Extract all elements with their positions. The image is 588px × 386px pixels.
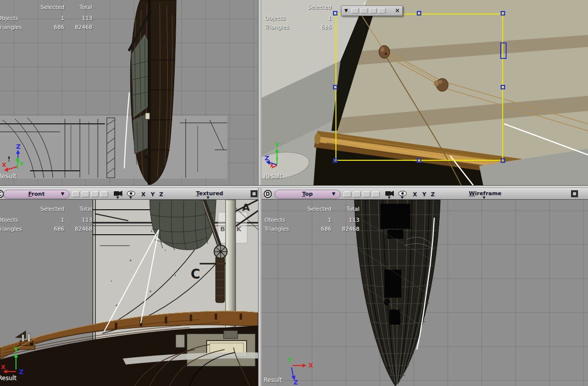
maximize-viewport-button[interactable] xyxy=(251,190,258,197)
maximize-viewport-button[interactable] xyxy=(571,190,578,197)
result-label: Result xyxy=(264,377,282,384)
region-handle-left-mid[interactable] xyxy=(333,85,337,89)
stats-col-selected: Selected xyxy=(34,4,64,10)
camera-dropdown-arrow-icon[interactable]: ▼ xyxy=(388,196,390,200)
camera-dropdown-arrow-icon[interactable]: ▼ xyxy=(116,196,119,200)
stats-col-total: Total xyxy=(66,4,92,10)
hull-fitting xyxy=(144,155,149,159)
region-handle-top-right[interactable] xyxy=(501,11,505,15)
result-label: Result xyxy=(0,375,16,382)
memo-cam-button-3[interactable] xyxy=(91,191,99,197)
axis-x-label: X xyxy=(308,362,313,369)
display-mode-menu[interactable]: Textured xyxy=(192,190,227,197)
memo-cam-button-3[interactable] xyxy=(362,191,370,197)
render-region-box[interactable] xyxy=(335,13,503,161)
region-side-tab[interactable] xyxy=(500,42,507,59)
region-handle-bottom-right[interactable] xyxy=(501,158,505,163)
region-floating-toolbar[interactable]: ▼ × xyxy=(341,5,403,16)
memo-cam-button-2[interactable] xyxy=(81,191,89,197)
stats-triangles-row: Triangles68682468 xyxy=(0,24,92,30)
stats-objects-row: Objects1113 xyxy=(265,217,359,223)
spar-hub[interactable] xyxy=(214,245,227,258)
axis-z-label: Z xyxy=(265,154,269,162)
display-mode-arrow-icon[interactable]: ▼ xyxy=(483,196,485,200)
deck-box-small xyxy=(176,335,185,348)
axis-y-label: Y xyxy=(287,357,292,364)
region-memo-button-2[interactable] xyxy=(360,8,368,13)
axis-toggle-x[interactable]: X xyxy=(413,191,417,198)
viewport-letter-button[interactable]: D xyxy=(264,190,272,198)
memo-cam-button-1[interactable] xyxy=(343,191,351,197)
dropdown-arrow-icon: ▼ xyxy=(61,191,64,196)
region-close-icon[interactable]: × xyxy=(395,7,400,14)
axis-y-label: Y xyxy=(275,142,280,149)
view-menu-label: Front xyxy=(4,190,69,198)
view-menu-dropdown[interactable]: Top ▼ xyxy=(275,190,340,199)
region-memo-button-4[interactable] xyxy=(378,8,386,13)
viewport-d-toolbar: D Top ▼ ▼ ▼ X Y Z Wireframe ▼ xyxy=(262,188,588,200)
region-handle-bottom-left[interactable] xyxy=(333,158,337,163)
axis-toggle-y[interactable]: Y xyxy=(422,191,426,198)
viewport-bottom-left[interactable]: A C BACK xyxy=(0,200,258,386)
memo-cam-button-1[interactable] xyxy=(72,191,80,197)
region-memo-button-3[interactable] xyxy=(369,8,377,13)
stats-triangles-row: Triangles68682468 xyxy=(265,226,359,232)
stats-objects-row: Objects1113 xyxy=(265,15,337,21)
axis-gizmo: Y X Z xyxy=(1,346,36,379)
axis-gizmo: Y Z X xyxy=(265,141,299,172)
axis-z-label: Z xyxy=(294,379,298,386)
result-label: Result xyxy=(0,173,16,180)
mast-base xyxy=(224,331,238,339)
region-handle-right-mid[interactable] xyxy=(501,85,505,89)
view-menu-dropdown[interactable]: Front ▼ xyxy=(3,190,69,199)
application-window: SelectedTotal Objects1113 Triangles68682… xyxy=(0,0,588,386)
viewport-c-toolbar: C Front ▼ ▼ ▼ X Y Z Textured ▼ xyxy=(0,188,258,200)
display-mode-arrow-icon[interactable]: ▼ xyxy=(207,196,209,200)
dropdown-arrow-icon: ▼ xyxy=(332,191,335,196)
scene-stats: SelectedTotal Objects1113 Triangles68682… xyxy=(0,4,92,30)
vertical-splitter[interactable] xyxy=(258,0,262,386)
stats-objects-row: Objects1113 xyxy=(0,217,92,223)
axis-toggle-z[interactable]: Z xyxy=(159,191,163,198)
deck-lamp[interactable] xyxy=(145,113,150,119)
display-mode-label: Textured xyxy=(192,190,227,197)
region-menu-arrow-icon[interactable]: ▼ xyxy=(344,8,348,13)
eye-dropdown-arrow-icon[interactable]: ▼ xyxy=(401,196,403,200)
scene-stats: SelectedTotal Objects1113 Triangles68682… xyxy=(265,4,337,30)
result-label: Result xyxy=(264,173,282,180)
memo-cam-button-4[interactable] xyxy=(372,191,380,197)
stats-triangles-row: Triangles68682468 xyxy=(0,226,92,232)
axis-y-label: Y xyxy=(19,161,24,167)
view-menu-label: Top xyxy=(275,190,340,198)
axis-toggle-z[interactable]: Z xyxy=(431,191,435,198)
scene-stats: SelectedTotal Objects1113 Triangles68682… xyxy=(0,206,92,232)
stats-triangles-row: Triangles68682468 xyxy=(265,24,337,30)
viewport-top-right[interactable]: SelectedTotal Objects1113 Triangles68682… xyxy=(262,0,588,185)
axis-y-label: Y xyxy=(13,346,18,353)
axis-gizmo: Z Y X xyxy=(2,141,37,172)
region-handle-top-mid[interactable] xyxy=(417,11,421,15)
axis-z-label: Z xyxy=(19,368,23,376)
blueprint-letter-c: C xyxy=(191,267,200,282)
axis-x-label: X xyxy=(1,364,5,371)
region-handle-bottom-mid[interactable] xyxy=(417,158,421,163)
viewport-top-left[interactable]: SelectedTotal Objects1113 Triangles68682… xyxy=(0,0,258,185)
viewport-bottom-right[interactable]: SelectedTotal Objects1113 Triangles68682… xyxy=(262,200,588,386)
memo-cam-button-2[interactable] xyxy=(353,191,361,197)
axis-toggle-x[interactable]: X xyxy=(141,191,145,198)
memo-cam-button-4[interactable] xyxy=(100,191,108,197)
axis-x-label: X xyxy=(2,162,6,168)
axis-gizmo: Y X Z xyxy=(277,354,321,386)
region-memo-button-1[interactable] xyxy=(351,8,359,13)
axis-toggle-y[interactable]: Y xyxy=(151,191,155,198)
eye-dropdown-arrow-icon[interactable]: ▼ xyxy=(129,196,132,200)
stats-objects-row: Objects1113 xyxy=(0,15,92,21)
axis-z-label: Z xyxy=(16,143,20,150)
region-handle-top-left[interactable] xyxy=(333,11,337,15)
scene-stats: SelectedTotal Objects1113 Triangles68682… xyxy=(265,206,359,232)
